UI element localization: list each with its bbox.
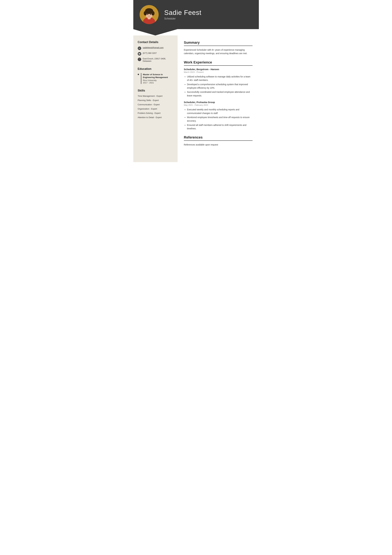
job-bullet-item: Utilized scheduling software to manage d… (187, 75, 253, 82)
avatar (140, 5, 159, 24)
candidate-name: Sadie Feest (164, 9, 201, 16)
skills-section: Skills Time Management - ExpertPlanning … (138, 89, 173, 119)
references-section: References References available upon req… (184, 135, 253, 146)
summary-section: Summary Experienced Scheduler with 8+ ye… (184, 41, 253, 55)
contact-section: Contact Details ✉ sadiefeest@gmail.com ☎… (138, 41, 173, 62)
skill-item: Planning Skills - Expert (138, 99, 173, 102)
job-block: Scheduler, Bergstrom - HansenMarch 2023 … (184, 68, 253, 97)
main-content: Summary Experienced Scheduler with 8+ ye… (178, 36, 259, 162)
job-bullet-item: Monitored employee timesheets and time-o… (187, 116, 253, 123)
email-icon: ✉ (138, 47, 141, 50)
job-block: Scheduler, Prohaska GroupMay 2021 - Febr… (184, 101, 253, 130)
job-title: Scheduler, Prohaska Group (184, 101, 253, 103)
svg-point-5 (144, 11, 147, 15)
edu-content: Master of Science in Engineering Managem… (141, 73, 173, 84)
skills-title: Skills (138, 89, 173, 92)
address-value: East Enoch, 23917-3406, Delaware (143, 58, 166, 62)
edu-degree: Master of Science in Engineering Managem… (143, 73, 173, 79)
header-info: Sadie Feest Scheduler (164, 9, 201, 20)
body-layout: Contact Details ✉ sadiefeest@gmail.com ☎… (133, 36, 259, 162)
chevron-shape (133, 29, 178, 36)
phone-value: (677) 080 3207 (143, 52, 157, 54)
skill-item: Attention to Detail - Expert (138, 116, 173, 119)
education-section: Education Master of Science in Engineeri… (138, 67, 173, 84)
contact-phone-item: ☎ (677) 080 3207 (138, 52, 173, 56)
candidate-title: Scheduler (164, 17, 201, 20)
references-text: References available upon request (184, 143, 253, 146)
job-bullet-item: Developed a comprehensive scheduling sys… (187, 83, 253, 90)
skill-item: Organization - Expert (138, 108, 173, 110)
job-bullets: Utilized scheduling software to manage d… (184, 75, 253, 97)
job-date: March 2023 - Present (184, 71, 253, 73)
education-title: Education (138, 67, 173, 71)
skill-item: Time Management - Expert (138, 95, 173, 97)
sidebar: Contact Details ✉ sadiefeest@gmail.com ☎… (133, 36, 178, 162)
summary-title: Summary (184, 41, 253, 46)
job-bullets: Executed weekly and monthly scheduling r… (184, 108, 253, 130)
location-icon: 📍 (138, 58, 141, 61)
jobs-list: Scheduler, Bergstrom - HansenMarch 2023 … (184, 68, 253, 131)
job-title: Scheduler, Bergstrom - Hansen (184, 68, 253, 71)
svg-point-7 (147, 14, 148, 15)
skill-item: Communication - Expert (138, 103, 173, 106)
summary-text: Experienced Scheduler with 8+ years of e… (184, 48, 253, 55)
skill-item: Problem-Solving - Expert (138, 112, 173, 114)
job-bullet-item: Ensured all staff members adhered to shi… (187, 123, 253, 131)
chevron-fill (178, 29, 259, 36)
education-item: Master of Science in Engineering Managem… (138, 73, 173, 84)
phone-icon: ☎ (138, 52, 141, 56)
work-experience-section: Work Experience Scheduler, Bergstrom - H… (184, 60, 253, 131)
chevron-divider (133, 29, 259, 36)
work-title: Work Experience (184, 60, 253, 66)
edu-school: Rice University (143, 79, 173, 81)
header-section: Sadie Feest Scheduler (133, 0, 259, 29)
svg-point-8 (150, 14, 151, 15)
skills-list: Time Management - ExpertPlanning Skills … (138, 95, 173, 119)
svg-point-6 (151, 11, 155, 15)
contact-title: Contact Details (138, 41, 173, 44)
edu-bullet-icon (138, 74, 139, 75)
avatar-wrapper (140, 5, 159, 24)
contact-address-item: 📍 East Enoch, 23917-3406, Delaware (138, 58, 173, 62)
references-title: References (184, 135, 253, 141)
avatar-image (140, 5, 159, 24)
job-bullet-item: Executed weekly and monthly scheduling r… (187, 108, 253, 115)
email-value: sadiefeest@gmail.com (143, 46, 164, 49)
contact-email-item: ✉ sadiefeest@gmail.com (138, 46, 173, 50)
job-bullet-item: Successfully coordinated and tracked emp… (187, 90, 253, 97)
edu-years: 2017 - 2021 (143, 81, 173, 84)
job-date: May 2021 - February 2023 (184, 104, 253, 106)
